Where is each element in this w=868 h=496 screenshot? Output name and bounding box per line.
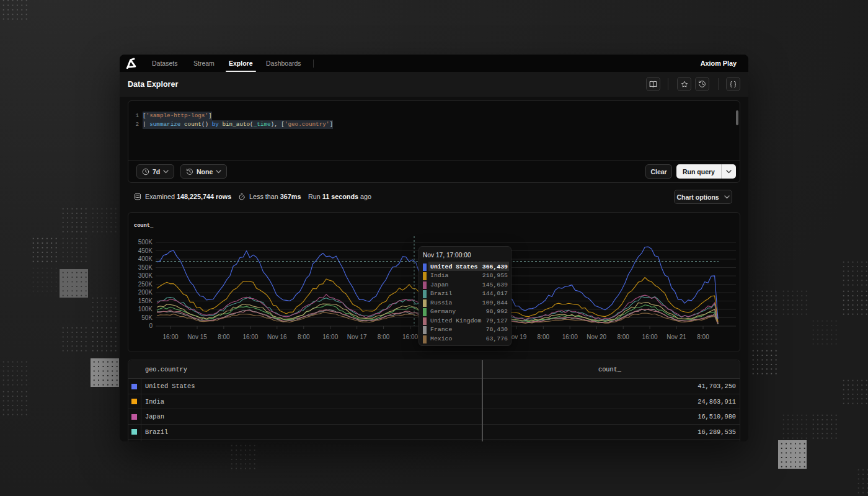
- svg-text:300K: 300K: [138, 272, 153, 279]
- svg-text:8:00: 8:00: [218, 334, 230, 340]
- svg-text:16:00: 16:00: [562, 334, 578, 340]
- svg-text:8:00: 8:00: [538, 334, 550, 340]
- svg-text:8:00: 8:00: [298, 334, 310, 340]
- svg-text:100K: 100K: [138, 306, 153, 312]
- svg-text:16:00: 16:00: [242, 334, 258, 340]
- svg-text:150K: 150K: [138, 298, 153, 304]
- svg-text:16:00: 16:00: [322, 334, 338, 340]
- svg-text:8:00: 8:00: [697, 334, 709, 340]
- svg-text:200K: 200K: [138, 289, 153, 296]
- svg-text:0: 0: [149, 322, 153, 329]
- svg-text:350K: 350K: [138, 264, 153, 271]
- svg-text:250K: 250K: [138, 281, 153, 288]
- svg-text:8:00: 8:00: [617, 334, 629, 340]
- svg-text:16:00: 16:00: [162, 334, 178, 340]
- svg-text:Nov 17: Nov 17: [347, 334, 367, 340]
- svg-text:450K: 450K: [138, 247, 153, 254]
- svg-text:8:00: 8:00: [378, 334, 390, 340]
- svg-text:Nov 16: Nov 16: [267, 334, 287, 340]
- svg-text:Nov 15: Nov 15: [187, 334, 207, 340]
- svg-text:50K: 50K: [141, 314, 153, 321]
- svg-text:16:00: 16:00: [402, 334, 418, 340]
- svg-text:Nov 21: Nov 21: [666, 334, 686, 340]
- svg-text:400K: 400K: [138, 255, 153, 262]
- svg-text:Nov 20: Nov 20: [587, 334, 606, 340]
- svg-text:16:00: 16:00: [642, 334, 658, 340]
- svg-text:500K: 500K: [138, 239, 153, 246]
